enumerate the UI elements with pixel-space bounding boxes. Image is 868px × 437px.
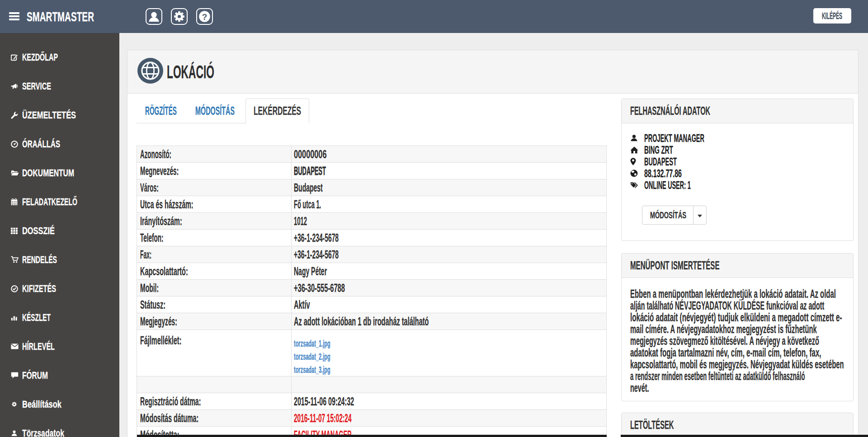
svg-text:?: ? [202,12,208,22]
